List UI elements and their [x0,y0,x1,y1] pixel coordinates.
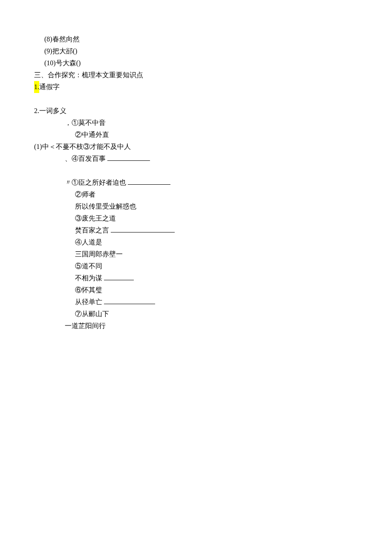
group2-line-d: ③废先王之道 [34,212,358,224]
subheading-1-text: 通假字 [39,83,60,90]
item-10: (10)号大森() [34,57,358,69]
group2-line-h: ⑤道不同 [34,260,358,272]
group2-line-k: 从径单亡 [34,296,358,308]
section-3-heading: 三、合作探究：梳理本文重要知识点 [34,69,358,81]
blank-fill[interactable] [104,298,155,304]
blank-fill[interactable] [128,178,170,185]
group2-line-b: ②师者 [34,189,358,200]
subheading-2: 2.一词多义 [34,105,358,117]
blank-line [34,93,358,105]
subheading-1: 1.通假字 [34,81,358,93]
group1-line-b: ②中通外直 [34,129,358,141]
group1-line-c-text: 、④百发百事 [65,155,106,162]
blank-fill[interactable] [107,154,150,161]
group2-line-e: 焚百家之言 [34,224,358,236]
group2-line-l: ⑦从郦山下 [34,308,358,320]
group2-line-f: ④人道是 [34,236,358,248]
group2-line-k-text: 从径单亡 [75,298,102,305]
highlighted-prefix: 1. [34,81,39,93]
blank-fill[interactable] [104,274,134,280]
blank-line-2 [34,165,358,177]
group2-line-c: 所以传里受业解惑也 [34,200,358,212]
item-9: (9)把大郤() [34,45,358,57]
group2-line-g: 三国周郎赤壁一 [34,248,358,260]
group2-line-m: 一道芷阳间行 [34,320,358,332]
group2-line-j: ⑥怀其璧 [34,284,358,296]
group2-line-i-text: 不相为谋 [75,274,102,282]
group2-line-i: 不相为谋 [34,272,358,284]
group1-line-a: ，①莫不中音 [34,117,358,129]
group2-line-a: 〃①臣之所好者迫也 [34,177,358,189]
group1-main: (1)中＜不蔓不枝③才能不及中人 [34,141,358,153]
item-8: (8)春然向然 [34,33,358,45]
group2-line-a-text: 〃①臣之所好者迫也 [65,179,126,186]
group2-line-e-text: 焚百家之言 [75,227,109,234]
group1-line-c: 、④百发百事 [34,153,358,165]
blank-fill[interactable] [111,226,175,232]
